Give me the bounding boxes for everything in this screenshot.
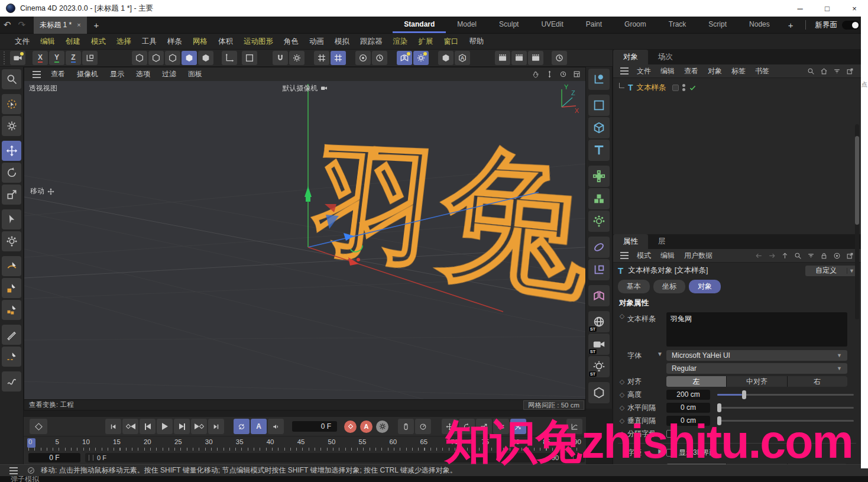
axis-gizmo[interactable] (24, 81, 585, 399)
maximize-button[interactable]: □ (814, 0, 841, 17)
texture-mode-button[interactable] (198, 51, 213, 65)
next-key-button[interactable] (191, 419, 207, 434)
keyframe-diamond-icon[interactable]: ◇ (617, 391, 627, 399)
menu-item[interactable]: 帮助 (464, 37, 490, 47)
current-frame-field[interactable]: 0 F (292, 421, 337, 432)
home-icon[interactable] (820, 67, 828, 75)
viewport-menu-item[interactable]: 过滤 (157, 69, 182, 79)
camera-label[interactable]: 默认摄像机 (24, 83, 585, 93)
text-spline-input[interactable]: 羽兔网 (666, 312, 847, 347)
height-input[interactable]: 200 cm (666, 390, 710, 400)
menu-item[interactable]: 体积 (213, 37, 238, 47)
align-left-option[interactable]: 左 (666, 376, 726, 387)
parent-up-icon[interactable] (781, 252, 789, 260)
menu-item[interactable]: 样条 (162, 37, 187, 47)
quantize-button[interactable] (331, 51, 346, 65)
history-forward-icon[interactable] (768, 252, 776, 260)
am-menu-item[interactable]: 模式 (632, 251, 656, 261)
status-hamburger-icon[interactable] (9, 470, 18, 471)
menu-item[interactable]: 工具 (137, 37, 162, 47)
enabled-check-icon[interactable] (689, 84, 697, 92)
z-axis-lock-button[interactable]: Z (66, 51, 81, 65)
viewport-menu-item[interactable]: 面板 (183, 69, 208, 79)
workplane-button[interactable] (222, 51, 237, 65)
deformer-icon[interactable] (588, 237, 610, 258)
viewport-solo-button[interactable] (438, 51, 454, 65)
section-tab[interactable]: 基本 (618, 280, 650, 293)
viewport-menu-item[interactable]: 显示 (105, 69, 129, 79)
subdivision-surface-icon[interactable] (588, 166, 610, 187)
coordinate-system-button[interactable] (82, 51, 98, 65)
om-menu-item[interactable]: 编辑 (656, 66, 679, 76)
panel-tab[interactable]: 场次 (648, 50, 683, 64)
om-menu-item[interactable]: 书签 (750, 66, 774, 76)
previous-key-button[interactable] (122, 419, 138, 434)
play-button[interactable] (157, 419, 173, 434)
am-menu-item[interactable]: 编辑 (656, 251, 679, 261)
chevron-down-icon[interactable]: ▼ (657, 351, 663, 357)
autokey-mode-button[interactable]: A (251, 419, 267, 434)
randomize-tool-icon[interactable] (2, 231, 21, 251)
x-axis-lock-button[interactable]: X (33, 51, 48, 65)
keyframe-settings-button[interactable] (376, 420, 388, 433)
height-slider[interactable] (717, 394, 854, 396)
track-focus-icon[interactable] (833, 252, 841, 260)
menu-item[interactable]: 渲染 (388, 37, 413, 47)
axis-modification-button[interactable]: A (455, 51, 470, 65)
panel-tab[interactable]: 层 (648, 234, 676, 249)
physical-sky-icon[interactable]: ST (588, 311, 610, 332)
hspace-slider[interactable] (717, 407, 854, 409)
layout-tab[interactable]: Model (446, 17, 488, 33)
layer-toggle-icon[interactable] (672, 85, 679, 91)
menu-item[interactable]: 模式 (86, 37, 111, 47)
add-document-tab-button[interactable]: + (87, 20, 106, 30)
panel-tab[interactable]: 对象 (613, 50, 648, 64)
undo-icon[interactable]: ↶ (0, 20, 15, 30)
section-tab[interactable]: 坐标 (653, 280, 685, 293)
keyframe-diamond-icon[interactable]: ◇ (617, 378, 627, 386)
spline-rectangle-icon[interactable] (588, 95, 610, 116)
filter-icon[interactable] (833, 67, 841, 75)
document-tab[interactable]: 未标题 1 * × (34, 17, 86, 34)
falloff-button[interactable] (355, 51, 371, 65)
points-mode-button[interactable] (132, 51, 147, 65)
render-queue-button[interactable] (552, 51, 567, 65)
attribute-scrollbar[interactable] (855, 124, 859, 319)
y-axis-lock-button[interactable]: Y (49, 51, 64, 65)
spline-pen-tool-icon[interactable] (2, 256, 21, 276)
rotate-view-icon[interactable] (559, 70, 567, 78)
object-tree-item[interactable]: T 文本样条 (619, 82, 861, 93)
text-spline-icon[interactable] (588, 140, 610, 161)
menu-item[interactable]: 网格 (187, 37, 213, 47)
next-frame-button[interactable] (174, 419, 190, 434)
redo-icon[interactable]: ↷ (15, 20, 30, 30)
history-back-icon[interactable] (755, 252, 763, 260)
toggle-views-icon[interactable] (573, 70, 581, 78)
menu-item[interactable]: 扩展 (413, 37, 439, 47)
render-settings-button[interactable] (528, 51, 543, 65)
rotate-tool-icon[interactable] (2, 163, 21, 183)
am-menu-item[interactable]: 用户数据 (679, 251, 717, 261)
viewport-menu-item[interactable]: 查看 (46, 69, 70, 79)
detach-panel-icon[interactable] (846, 67, 854, 75)
layout-tab[interactable]: Paint (575, 17, 613, 33)
layout-tab[interactable]: Groom (613, 17, 658, 33)
lock-icon[interactable] (820, 252, 828, 260)
polygons-mode-button[interactable] (165, 51, 180, 65)
grid-button[interactable] (314, 51, 329, 65)
project-settings-button[interactable] (10, 51, 25, 65)
visibility-dots-icon[interactable] (682, 84, 685, 91)
panel-tab[interactable]: 属性 (613, 234, 648, 249)
record-selection-button[interactable] (398, 419, 414, 434)
volume-builder-icon[interactable] (588, 188, 610, 209)
range-start-field[interactable]: 0 F (28, 453, 80, 462)
transfer-tool-icon[interactable] (2, 209, 21, 229)
goto-end-button[interactable] (208, 419, 224, 434)
menu-item[interactable]: 文件 (9, 37, 35, 47)
camera-object-icon[interactable]: ST (588, 334, 610, 355)
menu-item[interactable]: 编辑 (35, 37, 60, 47)
zoom-view-icon[interactable] (546, 70, 553, 78)
sound-button[interactable] (268, 419, 284, 434)
detach-panel-icon[interactable] (846, 252, 854, 260)
keyframe-diamond-icon[interactable]: ◇ (617, 312, 627, 320)
